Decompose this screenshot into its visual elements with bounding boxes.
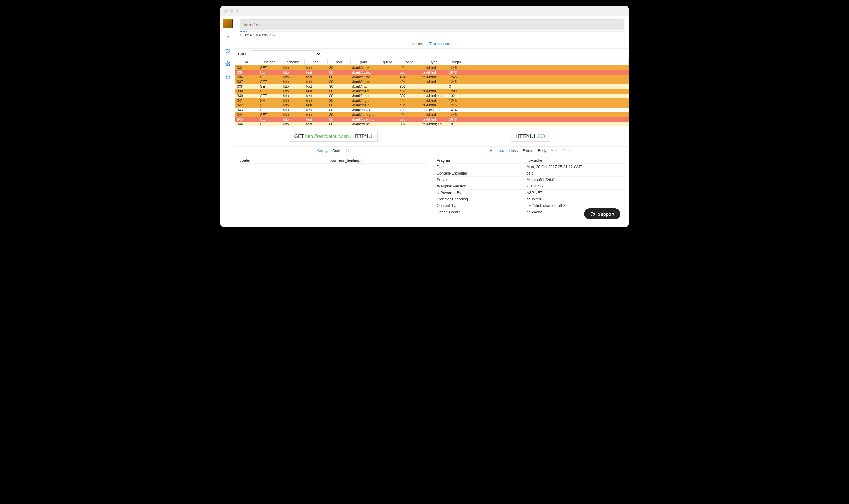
help-icon[interactable] [225,48,231,54]
table-row[interactable]: 339GEThttp:test80/bank/mem…401text/html1… [236,89,628,94]
progress-text: 1066/1452 387/393 73% [240,33,624,37]
svg-rect-19 [348,151,349,152]
main: http://test 1066/1452 387/393 73% Issues… [235,16,628,227]
param-row: contentbusiness_lending.htm [240,157,427,164]
grid-icon[interactable] [225,73,231,80]
window-max-dot[interactable] [236,9,239,13]
window-close-dot[interactable] [224,9,227,13]
table-row[interactable]: 334GEThttp:test80/bank/bank.…404text/htm… [236,66,628,70]
col-port[interactable]: port [328,59,350,66]
table-row[interactable]: 345GEThttp:test80/bank/query…500text/htm… [236,117,628,122]
col-id[interactable]: id [236,59,258,66]
resp-tab-headers[interactable]: Headers [490,148,504,153]
resp-tab-raw[interactable]: Raw [551,148,558,153]
request-tabs: Query Code [235,146,432,155]
detail-panes: GET http://test/default.aspx HTTP/1.1 Qu… [235,126,628,227]
avatar[interactable] [223,19,232,28]
resp-tab-forms[interactable]: Forms [522,148,533,153]
svg-rect-15 [348,150,348,150]
content: http://test 1066/1452 387/393 73% Issues… [221,16,628,227]
col-type[interactable]: type [421,59,447,66]
table-row[interactable]: 338GEThttp:test80/bank/main.…3010 [236,84,628,89]
header-row: ServerMicrosoft-IIS/8.0 [437,177,624,183]
svg-rect-11 [346,149,347,150]
sidebar [221,16,235,227]
svg-rect-16 [348,150,349,150]
tab-transactions[interactable]: Transactions [429,41,452,46]
svg-rect-2 [226,74,227,75]
filter-row: Filter: [235,49,628,59]
request-pane: GET http://test/default.aspx HTTP/1.1 Qu… [235,126,432,227]
request-summary: GET http://test/default.aspx HTTP/1.1 [289,131,378,142]
svg-rect-5 [226,76,227,77]
resp-tab-links[interactable]: Links [509,148,518,153]
header-row: X-Aspnet-Version2.0.50727 [437,183,624,190]
titlebar [221,6,628,16]
main-tabs: Issues Transactions [235,39,628,49]
svg-rect-3 [227,74,228,75]
req-tab-query[interactable]: Query [317,148,328,153]
svg-rect-14 [346,150,347,150]
gear-icon[interactable] [225,60,231,67]
table-row[interactable]: 340GEThttp:test80/bank/logou…302text/htm… [236,94,628,98]
table-row[interactable]: 336GEThttp:test80/bank/custo…404text/htm… [236,75,628,79]
req-tab-code[interactable]: Code [332,148,342,153]
col-length[interactable]: length [447,59,465,66]
table-row[interactable]: 346GEThttp:test80/bank/transf…302text/ht… [236,122,628,126]
svg-rect-8 [226,78,227,78]
support-button[interactable]: Support [584,208,621,219]
col-host[interactable]: host [305,59,328,66]
branch-icon[interactable] [225,35,231,41]
col-path[interactable]: path [350,59,377,66]
header-row: DateMon, 30 Oct 2017 05:31:12 GMT [437,164,624,170]
filter-label: Filter: [238,52,248,56]
resp-tab-pretty[interactable]: Pretty [562,148,571,153]
table-row[interactable]: 335GEThttp:test80/bank/custo…500text/htm… [236,70,628,75]
svg-rect-13 [348,149,349,150]
svg-rect-6 [227,76,228,77]
svg-rect-18 [348,151,348,152]
window-min-dot[interactable] [230,9,233,13]
header-row: Pragmano-cache [437,157,624,164]
header-row: Content-Typetext/html; charset=utf-8 [437,202,624,209]
col-code[interactable]: code [398,59,421,66]
app-window: http://test 1066/1452 387/393 73% Issues… [221,6,628,227]
response-summary: HTTP/1.1 200 [510,131,550,142]
table-row[interactable]: 342GEThttp:test80/bank/main.…404text/htm… [236,103,628,108]
filter-select[interactable] [251,51,321,57]
col-scheme[interactable]: scheme [281,59,305,66]
header-row: X-Powered-ByASP.NET [437,190,624,196]
transactions-table: idmethodschemehostportpathquerycodetypel… [235,59,628,126]
svg-rect-7 [229,76,229,77]
header-row: Content-Encodinggzip [437,170,624,177]
resp-tab-body[interactable]: Body [538,148,547,153]
table-row[interactable]: 337GEThttp:test80/bank/login.…404text/ht… [236,79,628,84]
col-query[interactable]: query [377,59,398,66]
header-row: Transfer-Encodingchunked [437,196,624,202]
transactions-table-wrap[interactable]: idmethodschemehostportpathquerycodetypel… [235,59,628,126]
col-method[interactable]: method [258,59,281,66]
progress-bar [240,31,624,32]
table-row[interactable]: 341GEThttp:test80/bank/logou…404text/htm… [236,98,628,103]
svg-point-1 [227,63,228,65]
request-params: contentbusiness_lending.htm [235,155,432,227]
svg-rect-9 [227,78,228,78]
svg-rect-4 [229,74,229,75]
tab-issues[interactable]: Issues [411,41,423,46]
svg-rect-10 [229,78,229,78]
url-input[interactable]: http://test [240,19,624,30]
table-row[interactable]: 343GEThttp:test80/bank/mozx…200applicati… [236,108,628,112]
req-tab-grid-icon[interactable] [346,148,350,153]
svg-rect-12 [348,149,348,150]
response-tabs: Headers Links Forms Body Raw Pretty [432,146,629,155]
svg-rect-17 [346,151,347,152]
table-row[interactable]: 344GEThttp:test80/bank/query…404text/htm… [236,112,628,117]
